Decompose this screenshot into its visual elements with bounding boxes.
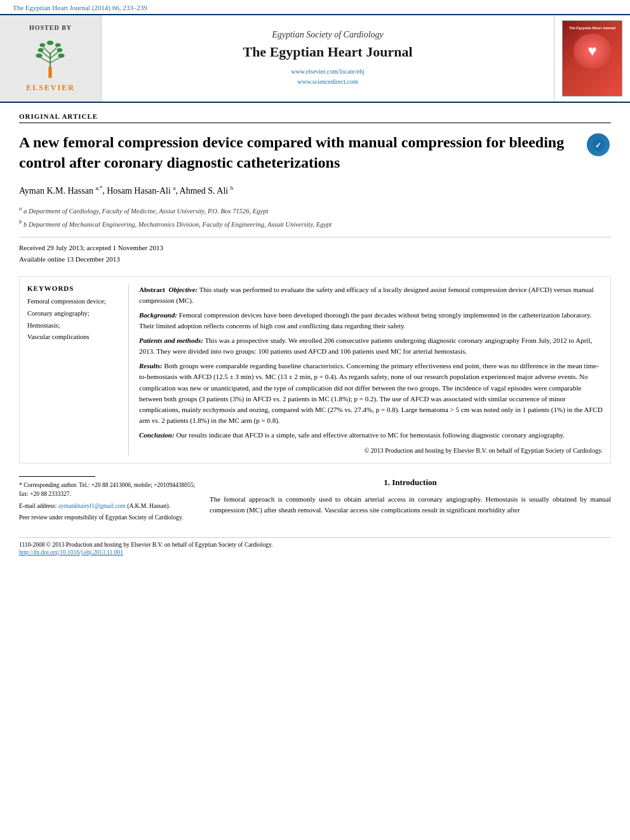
email-suffix: (A.K.M. Hassan). [127,503,170,509]
background-para: Background: Femoral compression devices … [139,310,603,331]
main-content: ORIGINAL ARTICLE A new femoral compressi… [0,103,630,568]
introduction-section: 1. Introduction The femoral approach is … [210,476,611,516]
keyword2: Coronary angiography; [27,309,121,319]
svg-point-13 [55,43,61,47]
affiliations: a a Department of Cardiology, Faculty of… [19,204,611,229]
objective-label: Objective: [168,286,198,293]
journal-url2[interactable]: www.sciencedirect.com [291,77,364,87]
elsevier-tree-icon [31,36,69,81]
keywords-box: KEYWORDS Femoral compression device; Cor… [27,284,129,455]
elsevier-logo: ELSEVIER [26,36,75,93]
keyword4: Vascular complications [27,333,121,342]
cover-title-text: The Egyptian Heart Journal [569,26,615,31]
footnote-section: * Corresponding author. Tel.: +20 88 241… [19,476,197,522]
page-footer: 1110-2608 © 2013 Production and hosting … [19,537,611,556]
article-title: A new femoral compression device compare… [19,132,573,173]
date2: Available online 13 December 2013 [19,254,611,265]
crossmark-badge[interactable]: ✓ [586,132,611,157]
keyword1: Femoral compression device; [27,297,121,307]
svg-rect-0 [49,67,52,78]
svg-text:✓: ✓ [595,141,601,150]
authors-line: Ayman K.M. Hassan a,*, Hosam Hasan-Ali a… [19,185,611,196]
heart-icon: ♥ [587,43,596,60]
svg-point-9 [38,48,44,52]
patients-label: Patients and methods: [139,337,203,344]
journal-title-header: The Egyptian Heart Journal [243,44,412,60]
society-name: Egyptian Society of Cardiology [272,30,384,40]
results-para: Results: Both groups were comparable reg… [139,361,603,425]
affiliation1-text: a Department of Cardiology, Faculty of M… [23,208,268,215]
email-footnote: E-mail address: aymankhairyl1@gmail.com … [19,502,197,510]
author-separator1: , Hosam Hasan-Ali [102,185,173,195]
email-label: E-mail address: [19,503,57,509]
results-label: Results: [139,362,163,370]
right-intro-col: 1. Introduction The femoral approach is … [210,476,611,524]
author3-sup: b [231,185,234,191]
crossmark-icon: ✓ [587,133,610,156]
author1-sup: a,* [95,185,102,191]
journal-urls: www.elsevier.com/locate/ehj www.scienced… [291,67,364,87]
svg-line-7 [50,48,57,55]
footer-issn: 1110-2608 © 2013 Production and hosting … [19,542,611,548]
footnote-divider [19,476,95,477]
two-col-section: * Corresponding author. Tel.: +20 88 241… [19,476,611,524]
author-separator2: , Ahmed S. Ali [175,185,230,195]
svg-line-5 [50,57,60,63]
background-label: Background: [139,311,177,319]
svg-point-12 [57,48,63,52]
article-type-label: ORIGINAL ARTICLE [19,112,611,123]
journal-center-panel: Egyptian Society of Cardiology The Egypt… [102,15,554,102]
footer-doi-link[interactable]: http://dx.doi.org/10.1016/j.ehj.2013.11.… [19,549,611,556]
patients-para: Patients and methods: This was a prospec… [139,335,603,357]
corresponding-footnote: * Corresponding author. Tel.: +20 88 241… [19,481,197,499]
journal-cover-image: The Egyptian Heart Journal ♥ [562,20,622,97]
keywords-title: KEYWORDS [27,284,121,292]
patients-text: This was a prospective study. We enrolle… [139,337,592,355]
background-text: Femoral compression devices have been de… [139,311,592,330]
results-text: Both groups were comparable regarding ba… [139,362,603,423]
dates-section: Received 29 July 2013; accepted 1 Novemb… [19,237,611,265]
elsevier-hosted-panel: HOSTED BY [0,15,102,102]
peer-review-footnote: Peer review under responsibility of Egyp… [19,513,197,522]
svg-point-11 [58,53,65,58]
date1: Received 29 July 2013; accepted 1 Novemb… [19,243,611,254]
abstract-text-box: Abstract Objective: This study was perfo… [139,284,603,455]
abstract-label: Abstract [139,286,165,293]
svg-point-10 [40,43,46,47]
journal-cover-panel: The Egyptian Heart Journal ♥ [554,15,630,102]
affiliation2-text: b Department of Mechanical Engineering, … [23,220,332,227]
conclusion-para: Conclusion: Our results indicate that AF… [139,430,603,441]
cover-heart-graphic: ♥ [573,34,612,69]
keyword3: Hemostasis; [27,321,121,331]
abstract-section: KEYWORDS Femoral compression device; Cor… [19,276,611,463]
elsevier-text: ELSEVIER [26,83,75,93]
corresponding-text: * Corresponding author. Tel.: +20 88 241… [19,482,195,497]
objective-text: This study was performed to evaluate the… [139,286,594,304]
left-footnotes-col: * Corresponding author. Tel.: +20 88 241… [19,476,197,524]
journal-url1[interactable]: www.elsevier.com/locate/ehj [291,67,364,77]
conclusion-label: Conclusion: [139,431,175,439]
svg-point-14 [47,41,54,45]
article-title-row: A new femoral compression device compare… [19,132,611,173]
hosted-by-label: HOSTED BY [29,24,72,31]
author1: Ayman K.M. Hassan [19,185,95,195]
abstract-intro-para: Abstract Objective: This study was perfo… [139,284,603,306]
svg-line-4 [44,48,51,55]
journal-citation-link[interactable]: The Egyptian Heart Journal (2014) 66, 23… [0,0,630,14]
intro-text: The femoral approach is commonly used to… [210,494,611,516]
svg-point-8 [36,53,43,58]
crossmark-svg: ✓ [591,138,605,152]
abstract-copyright: © 2013 Production and hosting by Elsevie… [139,446,603,456]
svg-line-2 [41,57,51,63]
email-link[interactable]: aymankhairyl1@gmail.com [58,503,126,509]
affiliation1: a a Department of Cardiology, Faculty of… [19,204,611,216]
conclusion-text: Our results indicate that AFCD is a simp… [175,431,565,439]
intro-section-title: 1. Introduction [210,476,611,489]
journal-citation-text: The Egyptian Heart Journal (2014) 66, 23… [13,4,147,11]
affiliation2: b b Department of Mechanical Engineering… [19,218,611,229]
journal-header: HOSTED BY [0,14,630,103]
